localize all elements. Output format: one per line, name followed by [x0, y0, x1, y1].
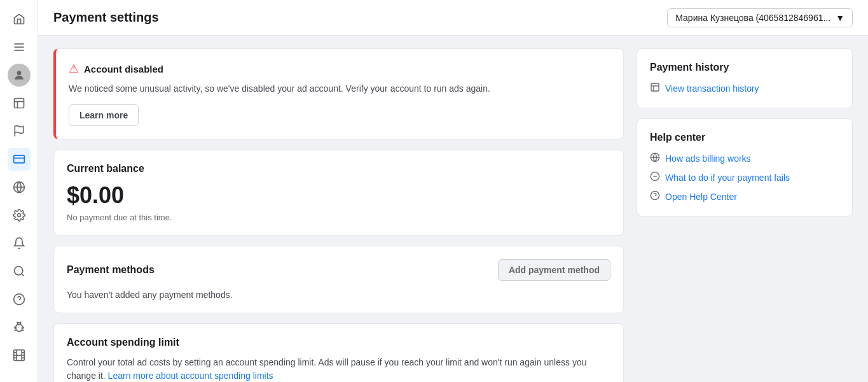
- svg-point-11: [17, 214, 20, 217]
- sidebar-item-home[interactable]: [8, 8, 31, 31]
- spending-limit-card: Account spending limit Control your tota…: [53, 323, 624, 382]
- right-column: Payment history View transaction history…: [637, 48, 853, 369]
- svg-rect-4: [14, 99, 24, 108]
- payment-history-card: Payment history View transaction history: [637, 48, 853, 108]
- payment-history-title: Payment history: [650, 62, 839, 73]
- payment-fails-row: What to do if your payment fails: [650, 171, 839, 184]
- sidebar-item-billing[interactable]: [8, 148, 31, 171]
- learn-more-button[interactable]: Learn more: [69, 104, 139, 126]
- sidebar-item-menu[interactable]: [8, 36, 31, 59]
- balance-card: Current balance $0.00 No payment due at …: [53, 150, 624, 236]
- sidebar-item-globe[interactable]: [8, 176, 31, 199]
- minus-circle-icon: [650, 171, 660, 184]
- chevron-down-icon: ▼: [836, 13, 844, 23]
- sidebar-item-help[interactable]: [8, 288, 31, 311]
- alert-header: ⚠ Account disabled: [69, 62, 610, 76]
- payment-fails-link[interactable]: What to do if your payment fails: [665, 173, 790, 183]
- question-circle-icon: [650, 190, 660, 203]
- alert-body: We noticed some unusual activity, so we'…: [69, 82, 610, 96]
- svg-point-12: [14, 267, 22, 275]
- sidebar-item-search[interactable]: [8, 260, 31, 283]
- help-center-card: Help center How ads billing works What t…: [637, 118, 853, 216]
- view-transaction-history-link[interactable]: View transaction history: [665, 83, 759, 94]
- sidebar-item-avatar[interactable]: [8, 64, 31, 87]
- svg-rect-8: [13, 155, 24, 163]
- warning-icon: ⚠: [69, 62, 79, 76]
- globe-icon: [650, 152, 660, 165]
- sidebar-item-campaigns[interactable]: [8, 120, 31, 143]
- sidebar-item-bug[interactable]: [8, 316, 31, 339]
- balance-amount: $0.00: [67, 182, 610, 209]
- svg-rect-24: [651, 83, 659, 91]
- transaction-history-icon: [650, 82, 660, 95]
- account-selector[interactable]: Марина Кузнецова (4065812846961... ▼: [667, 8, 853, 27]
- balance-note: No payment due at this time.: [67, 213, 610, 222]
- svg-point-3: [17, 71, 21, 75]
- open-help-center-link[interactable]: Open Help Center: [665, 192, 737, 202]
- svg-line-13: [21, 274, 24, 276]
- main-area: Payment settings Марина Кузнецова (40658…: [38, 0, 868, 382]
- payment-methods-empty: You haven't added any payment methods.: [67, 290, 610, 300]
- alert-card: ⚠ Account disabled We noticed some unusu…: [53, 48, 624, 139]
- payment-methods-header: Payment methods Add payment method: [67, 259, 610, 281]
- sidebar-item-ads[interactable]: [8, 92, 31, 115]
- how-ads-billing-works-link[interactable]: How ads billing works: [665, 153, 751, 164]
- payment-methods-title: Payment methods: [67, 264, 155, 276]
- content-area: ⚠ Account disabled We noticed some unusu…: [38, 36, 868, 382]
- add-payment-method-button[interactable]: Add payment method: [498, 259, 610, 281]
- alert-title: Account disabled: [84, 64, 163, 74]
- help-center-title: Help center: [650, 132, 839, 143]
- spending-limit-title: Account spending limit: [67, 337, 610, 348]
- left-column: ⚠ Account disabled We noticed some unusu…: [53, 48, 624, 369]
- sidebar-item-settings[interactable]: [8, 204, 31, 227]
- page-title: Payment settings: [53, 10, 159, 25]
- spending-limit-learn-more-link[interactable]: Learn more about account spending limits: [108, 371, 273, 381]
- sidebar-item-media[interactable]: [8, 344, 31, 367]
- account-name-label: Марина Кузнецова (4065812846961...: [675, 13, 830, 23]
- open-help-center-row: Open Help Center: [650, 190, 839, 203]
- sidebar-item-notifications[interactable]: [8, 232, 31, 255]
- header: Payment settings Марина Кузнецова (40658…: [38, 0, 868, 36]
- how-ads-billing-works-row: How ads billing works: [650, 152, 839, 165]
- spending-limit-desc: Control your total ad costs by setting a…: [67, 356, 610, 382]
- balance-title: Current balance: [67, 163, 610, 174]
- sidebar: [0, 0, 38, 382]
- view-transaction-history-row: View transaction history: [650, 82, 839, 95]
- payment-methods-card: Payment methods Add payment method You h…: [53, 246, 624, 313]
